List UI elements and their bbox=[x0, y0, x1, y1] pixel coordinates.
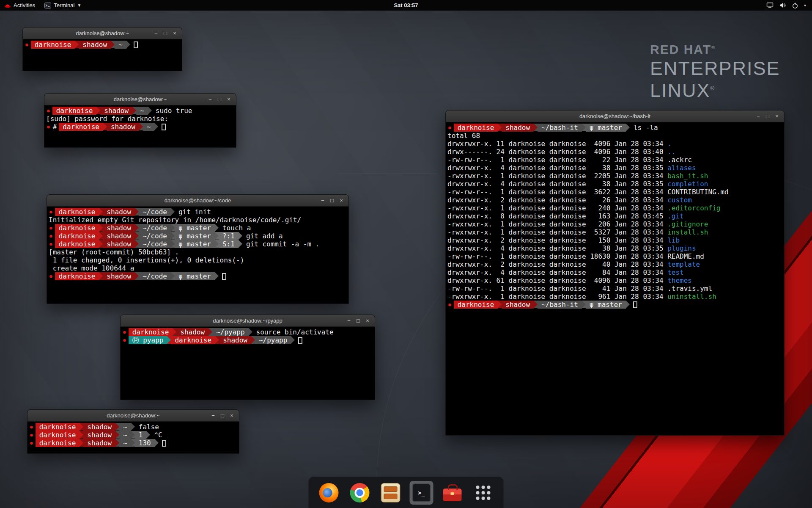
maximize-button[interactable]: □ bbox=[161, 30, 170, 36]
window-title: darknoise@shadow:~/code bbox=[47, 197, 348, 204]
powerline-separator bbox=[626, 124, 630, 131]
terminal-content[interactable]: ●darknoiseshadow~/bash-itψ masterls -lat… bbox=[446, 122, 784, 435]
powerline-separator bbox=[155, 439, 159, 447]
prompt-segment-user: darknoise bbox=[31, 41, 75, 49]
prompt-segment-host: shadow bbox=[103, 272, 135, 280]
maximize-button[interactable]: □ bbox=[763, 113, 772, 119]
powerline-separator bbox=[131, 431, 135, 439]
maximize-button[interactable]: □ bbox=[218, 412, 227, 419]
prompt-segment-branch: ψ master bbox=[175, 272, 215, 280]
prompt-redhat-icon: ● bbox=[46, 123, 52, 131]
ls-line: drwxrwxr-x. 4 darknoise darknoise 38 Jan… bbox=[447, 180, 782, 188]
dock-firefox[interactable] bbox=[317, 481, 341, 505]
ls-meta: drwxrwxr-x. 11 darknoise darknoise 4096 … bbox=[447, 140, 667, 148]
prompt-segment-branch: ψ master bbox=[175, 232, 215, 240]
app-grid-icon bbox=[476, 486, 491, 500]
system-status-area[interactable]: ▾ bbox=[766, 2, 812, 9]
maximize-button[interactable]: □ bbox=[215, 96, 224, 102]
prompt-segment-user: darknoise bbox=[454, 301, 498, 309]
maximize-button[interactable]: □ bbox=[354, 318, 362, 324]
terminal-content[interactable]: ●darknoiseshadow~ bbox=[23, 39, 182, 71]
toolbox-icon bbox=[443, 489, 462, 501]
terminal-content[interactable]: ●darknoiseshadow~/codegit initInitialize… bbox=[47, 207, 348, 304]
powerline-separator bbox=[208, 328, 212, 336]
ls-line: -rw-rw-r--. 1 darknoise darknoise 3622 J… bbox=[447, 188, 782, 196]
ls-filename: themes bbox=[667, 276, 692, 284]
prompt-redhat-icon: ● bbox=[49, 232, 55, 240]
minimize-button[interactable]: − bbox=[318, 197, 327, 204]
prompt-redhat-icon: ● bbox=[29, 431, 36, 439]
ls-meta: drwxrwxr-x. 2 darknoise darknoise 26 Jan… bbox=[447, 196, 667, 204]
terminal-window-sudo[interactable]: darknoise@shadow:~ −□× ●darknoiseshadow~… bbox=[44, 93, 236, 148]
ls-filename: lib bbox=[667, 236, 680, 244]
window-titlebar[interactable]: darknoise@shadow:~ −□× bbox=[27, 410, 239, 422]
chevron-down-icon: ▾ bbox=[804, 3, 806, 8]
ls-line: drwxrwxr-x. 4 darknoise darknoise 38 Jan… bbox=[447, 164, 782, 172]
prompt-line: ●darknoiseshadow~130 bbox=[29, 439, 237, 447]
prompt-segment-venv: ⓟ pyapp bbox=[129, 336, 167, 344]
prompt-segment-host: shadow bbox=[103, 240, 135, 248]
prompt-redhat-icon: ● bbox=[122, 328, 129, 336]
window-titlebar[interactable]: darknoise@shadow:~ −□× bbox=[44, 94, 236, 105]
powerline-separator bbox=[135, 224, 139, 232]
dock-chrome[interactable] bbox=[348, 481, 372, 505]
powerline-separator bbox=[534, 124, 538, 131]
prompt-line: ●ⓟ pyappdarknoiseshadow~/pyapp bbox=[122, 336, 373, 344]
dock-files[interactable] bbox=[379, 481, 403, 505]
ls-filename: custom bbox=[667, 196, 692, 204]
rhel-logo-redhat: RED HAT® bbox=[650, 42, 780, 57]
minimize-button[interactable]: − bbox=[206, 96, 214, 102]
prompt-line: ●darknoiseshadow~/codeψ masterS:1git com… bbox=[49, 240, 347, 248]
prompt-redhat-icon: ● bbox=[29, 423, 36, 431]
terminal-window-bash-it[interactable]: darknoise@shadow:~/bash-it −□× ●darknois… bbox=[445, 110, 785, 436]
ls-line: -rwxrwxr-x. 1 darknoise darknoise 961 Ja… bbox=[447, 293, 782, 301]
terminal-window-code[interactable]: darknoise@shadow:~/code −□× ●darknoisesh… bbox=[47, 194, 349, 304]
close-button[interactable]: × bbox=[170, 30, 179, 36]
close-button[interactable]: × bbox=[773, 113, 781, 119]
prompt-segment-path: ~/code bbox=[139, 240, 171, 248]
dock-terminal[interactable]: >_ bbox=[410, 481, 433, 505]
window-titlebar[interactable]: darknoise@shadow:~ −□× bbox=[23, 28, 182, 39]
terminal-content[interactable]: ●darknoiseshadow~sudo true[sudo] passwor… bbox=[44, 105, 236, 147]
close-button[interactable]: × bbox=[337, 197, 346, 204]
ls-line: drwxrwxr-x. 2 darknoise darknoise 150 Ja… bbox=[447, 236, 782, 244]
maximize-button[interactable]: □ bbox=[328, 197, 336, 204]
minimize-button[interactable]: − bbox=[152, 30, 160, 36]
terminal-window-home-2[interactable]: darknoise@shadow:~ −□× ●darknoiseshadow~… bbox=[27, 409, 239, 454]
output-line: total 68 bbox=[447, 132, 782, 140]
ls-filename: . bbox=[667, 140, 672, 148]
terminal-window-home-1[interactable]: darknoise@shadow:~ −□× ●darknoiseshadow~ bbox=[22, 27, 182, 71]
minimize-button[interactable]: − bbox=[754, 113, 763, 119]
command-text: touch a bbox=[219, 224, 251, 232]
minimize-button[interactable]: − bbox=[209, 412, 217, 419]
close-button[interactable]: × bbox=[228, 412, 236, 419]
terminal-cursor bbox=[298, 337, 302, 344]
ls-line: drwxrwxr-x. 61 darknoise darknoise 4096 … bbox=[447, 276, 782, 284]
terminal-content[interactable]: ●darknoiseshadow~/pyappsource bin/activa… bbox=[121, 327, 375, 400]
minimize-button[interactable]: − bbox=[345, 318, 353, 324]
terminal-window-pyapp[interactable]: darknoise@shadow:~/pyapp −□× ●darknoises… bbox=[120, 315, 375, 400]
window-titlebar[interactable]: darknoise@shadow:~/pyapp −□× bbox=[121, 315, 375, 327]
prompt-segment-user: darknoise bbox=[55, 232, 99, 240]
ls-meta: drwxrwxr-x. 2 darknoise darknoise 40 Jan… bbox=[447, 260, 667, 268]
prompt-segment-path: ~ bbox=[143, 123, 155, 131]
prompt-segment-path: ~ bbox=[119, 439, 131, 447]
dock-app-grid[interactable] bbox=[472, 481, 495, 505]
prompt-line: ●darknoiseshadow~ bbox=[25, 41, 180, 49]
terminal-content[interactable]: ●darknoiseshadow~false●darknoiseshadow~1… bbox=[27, 422, 239, 453]
command-text: false bbox=[135, 423, 159, 431]
clock[interactable]: Sat 03:57 bbox=[394, 2, 418, 8]
app-menu-terminal[interactable]: Terminal ▼ bbox=[44, 2, 81, 8]
ls-meta: drwxrwxr-x. 4 darknoise darknoise 38 Jan… bbox=[447, 244, 667, 252]
powerline-separator bbox=[249, 328, 252, 336]
close-button[interactable]: × bbox=[225, 96, 233, 102]
close-button[interactable]: × bbox=[363, 318, 372, 324]
window-titlebar[interactable]: darknoise@shadow:~/bash-it −□× bbox=[446, 110, 784, 122]
prompt-line: ●darknoiseshadow~/bash-itψ masterls -la bbox=[447, 124, 782, 132]
activities-button[interactable]: Activities bbox=[4, 2, 35, 8]
dock-toolbox[interactable] bbox=[441, 481, 464, 505]
window-titlebar[interactable]: darknoise@shadow:~/code −□× bbox=[47, 195, 348, 207]
command-text: sudo true bbox=[152, 107, 192, 115]
prompt-segment-user: darknoise bbox=[55, 272, 99, 280]
prompt-segment-host: shadow bbox=[103, 224, 135, 232]
